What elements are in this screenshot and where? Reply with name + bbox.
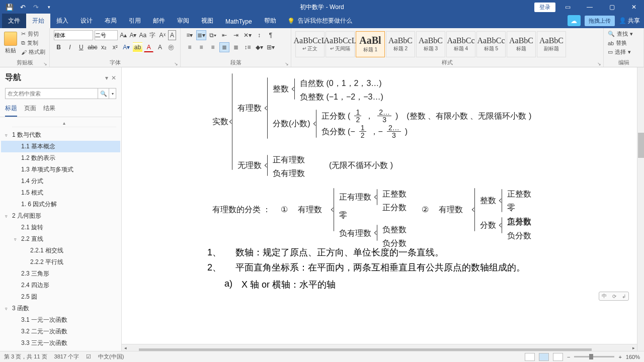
enclose-char-icon[interactable]: ㊕ [167, 42, 176, 52]
nav-search-input[interactable] [5, 88, 98, 99]
paste-button[interactable]: 粘贴 [4, 32, 17, 54]
ribbon-display-icon[interactable]: ▭ [557, 0, 578, 14]
style-标题3[interactable]: AaBbC标题 3 [416, 31, 445, 57]
view-web-icon[interactable] [553, 353, 563, 361]
asian-layout-icon[interactable]: ✕▾ [243, 30, 253, 40]
tab-references[interactable]: 引用 [123, 14, 147, 28]
charborder-icon[interactable]: A [168, 30, 176, 40]
nav-item[interactable]: 1.3 单项式与多项式 [1, 164, 120, 175]
minimize-icon[interactable]: — [580, 0, 600, 14]
sort-icon[interactable]: ↕ [254, 30, 264, 40]
superscript-button[interactable]: x² [110, 42, 120, 52]
align-center-icon[interactable]: ≡ [196, 42, 206, 52]
numbering-icon[interactable]: ≣▾ [196, 30, 206, 40]
vertical-scrollbar[interactable] [637, 67, 644, 351]
hscroll-thumb[interactable] [139, 348, 592, 351]
underline-button[interactable]: U [76, 42, 86, 52]
login-button[interactable]: 登录 [534, 3, 555, 12]
redo-icon[interactable]: ↷ [30, 2, 41, 13]
hscroll-left-icon[interactable]: ◂ [122, 345, 129, 350]
tab-design[interactable]: 设计 [74, 14, 99, 28]
tab-mailings[interactable]: 邮件 [147, 14, 171, 28]
tab-help[interactable]: 帮助 [258, 14, 282, 28]
style-↵无间隔[interactable]: AaBbCcL↵ 无间隔 [326, 31, 355, 57]
dec-indent-icon[interactable]: ⇤ [219, 30, 229, 40]
nav-item[interactable]: 2.1 旋转 [1, 222, 120, 233]
status-lang[interactable]: 中文(中国) [98, 353, 124, 360]
nav-item[interactable]: 2.3 三角形 [1, 268, 120, 280]
style-副标题[interactable]: AaBbC副标题 [537, 31, 566, 57]
qat-customize-icon[interactable]: ▾ [43, 2, 54, 13]
align-left-icon[interactable]: ≡ [185, 42, 195, 52]
nav-search-dropdown-icon[interactable]: ▾ [109, 88, 116, 99]
align-right-icon[interactable]: ≡ [208, 42, 218, 52]
zoom-level[interactable]: 160% [626, 354, 640, 360]
phonetic-icon[interactable]: 字 [148, 30, 156, 40]
nav-tab-headings[interactable]: 标题 [5, 104, 17, 117]
nav-tab-results[interactable]: 结果 [43, 104, 55, 117]
nav-search-icon[interactable]: 🔍 [98, 88, 109, 99]
status-page[interactable]: 第 3 页，共 11 页 [4, 353, 47, 360]
nav-item[interactable]: 1.4 分式 [1, 175, 120, 187]
nav-item[interactable]: 2.2.1 相交线 [1, 245, 120, 256]
zoom-out-icon[interactable]: − [567, 354, 570, 360]
strike-button[interactable]: abc [88, 42, 98, 52]
paragraph-launcher-icon[interactable]: ↘ [285, 61, 289, 66]
nav-item[interactable]: ▿2 几何图形 [1, 210, 120, 222]
tab-review[interactable]: 审阅 [171, 14, 195, 28]
nav-item[interactable]: 2.5 圆 [1, 291, 120, 303]
view-print-icon[interactable] [539, 353, 549, 361]
tab-file[interactable]: 文件 [2, 14, 26, 28]
style-标题2[interactable]: AaBbC标题 2 [386, 31, 415, 57]
nav-item[interactable]: 1. 6 因式分解 [1, 199, 120, 210]
nav-item[interactable]: ▿2.2 直线 [1, 233, 120, 245]
select-button[interactable]: ▭选择 ▾ [608, 48, 639, 56]
vscroll-thumb[interactable] [638, 133, 644, 158]
style-标题[interactable]: AaBbC标题 [507, 31, 536, 57]
nav-item[interactable]: 1.5 根式 [1, 187, 120, 199]
document-area[interactable]: 实数 有理数 整数 [122, 67, 644, 351]
tab-insert[interactable]: 插入 [50, 14, 74, 28]
shading-icon[interactable]: ◆▾ [254, 42, 264, 52]
distributed-icon[interactable]: ≣ [231, 42, 241, 52]
nav-item[interactable]: 3.4 一元二次函数 [1, 349, 120, 351]
tab-mathtype[interactable]: MathType [219, 15, 258, 28]
italic-button[interactable]: I [65, 42, 74, 52]
bold-button[interactable]: B [54, 42, 63, 52]
tab-view[interactable]: 视图 [195, 14, 219, 28]
find-button[interactable]: 🔍查找 ▾ [608, 30, 639, 38]
status-proofing-icon[interactable]: ☑ [86, 353, 91, 360]
text-effects-icon[interactable]: A▾ [121, 42, 131, 52]
nav-item[interactable]: 3.2 二元一次函数 [1, 326, 120, 337]
tab-layout[interactable]: 布局 [99, 14, 123, 28]
nav-item[interactable]: 2.2.2 平行线 [1, 256, 120, 268]
change-case-icon[interactable]: Aa [139, 30, 147, 40]
clear-format-icon[interactable]: Aᵡ [158, 30, 166, 40]
nav-item[interactable]: 1.1 基本概念 [1, 141, 120, 152]
replace-button[interactable]: ab替换 [608, 39, 639, 47]
font-name-combo[interactable] [54, 30, 93, 40]
grow-font-icon[interactable]: A▴ [119, 30, 127, 40]
cloud-icon[interactable]: ☁ [568, 15, 581, 26]
font-launcher-icon[interactable]: ↘ [174, 61, 178, 66]
close-icon[interactable]: ✕ [624, 0, 644, 14]
char-shading-icon[interactable]: A [155, 42, 165, 52]
show-marks-icon[interactable]: ¶ [266, 30, 276, 40]
styles-launcher-icon[interactable]: ↘ [597, 61, 601, 66]
font-color-icon[interactable]: A [144, 42, 153, 52]
share-button[interactable]: 👤 共享 [619, 17, 640, 25]
nav-item[interactable]: ▿1 数与代数 [1, 129, 120, 141]
subscript-button[interactable]: x₂ [99, 42, 109, 52]
hscroll-right-icon[interactable]: ▸ [630, 345, 637, 350]
undo-icon[interactable]: ↶ [17, 2, 28, 13]
float-toolbar[interactable]: 中⟳↲ [599, 292, 629, 301]
multilevel-icon[interactable]: ⧉▾ [208, 30, 218, 40]
nav-item[interactable]: 3.1 一元一次函数 [1, 314, 120, 326]
inc-indent-icon[interactable]: ⇥ [231, 30, 241, 40]
borders-icon[interactable]: ⊞▾ [266, 42, 276, 52]
nav-close-icon[interactable]: ✕ [111, 74, 116, 81]
maximize-icon[interactable]: ▢ [602, 0, 622, 14]
align-justify-icon[interactable]: ≣ [219, 42, 229, 52]
nav-item[interactable]: 2.4 四边形 [1, 280, 120, 291]
nav-item[interactable]: 1.2 数的表示 [1, 152, 120, 164]
